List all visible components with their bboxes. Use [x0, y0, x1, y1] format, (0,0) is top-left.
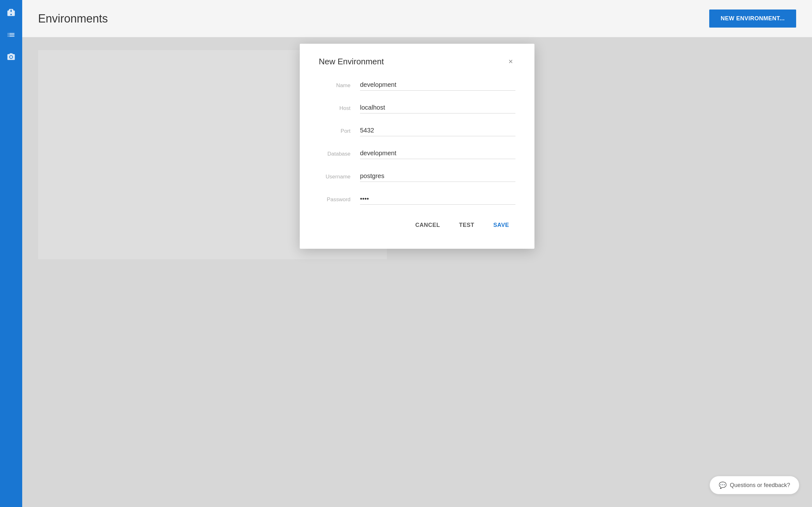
password-input[interactable]	[360, 193, 515, 205]
host-field-row: Host	[319, 102, 515, 113]
sidebar-icon-briefcase[interactable]	[5, 6, 17, 19]
username-field-row: Username	[319, 170, 515, 182]
test-button[interactable]: TEST	[453, 217, 480, 233]
password-field-row: Password	[319, 193, 515, 205]
dialog-actions: CANCEL TEST SAVE	[319, 217, 515, 233]
host-label: Host	[319, 105, 360, 113]
new-environment-button[interactable]: NEW ENVIRONMENT...	[709, 9, 796, 27]
feedback-icon: 💬	[719, 481, 727, 489]
database-field-row: Database	[319, 148, 515, 159]
save-button[interactable]: SAVE	[487, 217, 515, 233]
sidebar-icon-list[interactable]	[5, 29, 17, 41]
password-label: Password	[319, 196, 360, 205]
main-content: Environments NEW ENVIRONMENT... New Envi…	[22, 0, 812, 507]
port-field-row: Port	[319, 125, 515, 136]
sidebar	[0, 0, 22, 507]
page-header: Environments NEW ENVIRONMENT...	[22, 0, 812, 38]
database-input[interactable]	[360, 148, 515, 159]
close-dialog-button[interactable]: ×	[506, 56, 515, 66]
name-label: Name	[319, 82, 360, 91]
cancel-button[interactable]: CANCEL	[409, 217, 446, 233]
new-environment-dialog: New Environment × Name Host Port	[300, 44, 535, 249]
content-area: New Environment × Name Host Port	[22, 38, 812, 507]
host-input[interactable]	[360, 102, 515, 113]
username-input[interactable]	[360, 170, 515, 182]
username-label: Username	[319, 174, 360, 182]
dialog-header: New Environment ×	[319, 56, 515, 66]
name-field-row: Name	[319, 79, 515, 91]
page-title: Environments	[38, 12, 108, 25]
dialog-title: New Environment	[319, 57, 384, 66]
port-label: Port	[319, 128, 360, 136]
name-input[interactable]	[360, 79, 515, 91]
feedback-button[interactable]: 💬 Questions or feedback?	[710, 476, 799, 494]
feedback-label: Questions or feedback?	[730, 482, 790, 489]
sidebar-icon-camera[interactable]	[5, 51, 17, 63]
port-input[interactable]	[360, 125, 515, 136]
database-label: Database	[319, 151, 360, 159]
modal-overlay: New Environment × Name Host Port	[22, 38, 812, 507]
